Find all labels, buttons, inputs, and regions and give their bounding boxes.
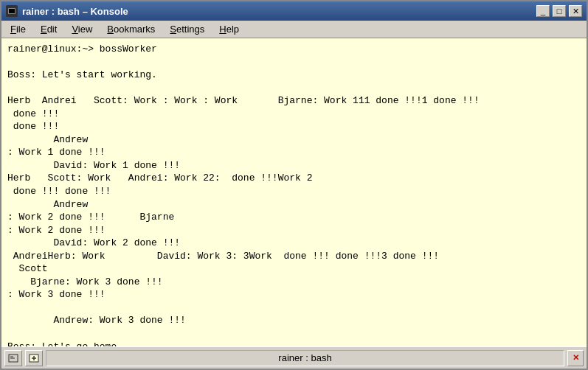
terminal-output[interactable]: rainer@linux:~> bossWorker Boss: Let's s…	[1, 38, 587, 346]
terminal-line: Scott	[7, 262, 581, 276]
menu-bookmarks[interactable]: Bookmarks	[101, 22, 161, 36]
menu-edit[interactable]: Edit	[35, 22, 63, 36]
terminal-line	[7, 82, 581, 95]
taskbar-close-button[interactable]: ✕	[567, 350, 584, 366]
close-button[interactable]: ✕	[569, 5, 582, 17]
terminal-line: David: Work 2 done !!!	[7, 237, 581, 250]
taskbar: rainer : bash ✕	[1, 346, 587, 369]
new-terminal-icon	[29, 354, 39, 363]
taskbar-icon-button[interactable]	[4, 350, 22, 366]
app-icon	[6, 5, 18, 17]
taskbar-new-button[interactable]	[25, 350, 43, 366]
terminal-icon	[8, 354, 18, 363]
terminal-line: Boss: Let's start working.	[7, 69, 581, 82]
menu-settings[interactable]: Settings	[164, 22, 210, 36]
menu-file[interactable]: File	[4, 22, 32, 36]
terminal-line: Bjarne: Work 3 done !!!	[7, 276, 581, 289]
terminal-line: David: Work 1 done !!!	[7, 159, 581, 172]
terminal-line: Herb Scott: Work Andrei: Work 22: done !…	[7, 172, 581, 185]
menu-bar: File Edit View Bookmarks Settings Help	[1, 21, 587, 38]
window-title: rainer : bash – Konsole	[22, 6, 128, 17]
terminal-line	[7, 327, 581, 341]
konsole-window: rainer : bash – Konsole _ □ ✕ File Edit …	[0, 0, 588, 370]
terminal-line: AndreiHerb: Work David: Work 3: 3Work do…	[7, 250, 581, 263]
terminal-line: Herb Andrei Scott: Work : Work : Work Bj…	[7, 94, 581, 108]
terminal-line: done !!!	[7, 120, 581, 133]
terminal-line: done !!!	[7, 108, 581, 121]
taskbar-tab-label[interactable]: rainer : bash	[46, 350, 564, 366]
terminal-line: rainer@linux:~> bossWorker	[7, 43, 581, 56]
terminal-line: Andrew: Work 3 done !!!	[7, 314, 581, 327]
terminal-line: Andrew	[7, 133, 581, 147]
terminal-line: Boss: Let's go home.	[7, 341, 581, 346]
terminal-line: : Work 3 done !!!	[7, 288, 581, 301]
title-bar-left: rainer : bash – Konsole	[6, 5, 128, 17]
minimize-button[interactable]: _	[536, 5, 550, 17]
title-bar: rainer : bash – Konsole _ □ ✕	[1, 1, 587, 21]
terminal-line: done !!! done !!!	[7, 185, 581, 198]
terminal-line	[7, 301, 581, 315]
menu-help[interactable]: Help	[213, 22, 245, 36]
maximize-button[interactable]: □	[553, 5, 566, 17]
terminal-line: : Work 1 done !!!	[7, 146, 581, 159]
window-controls: _ □ ✕	[536, 5, 582, 17]
terminal-line: : Work 2 done !!! Bjarne	[7, 211, 581, 224]
terminal-line	[7, 56, 581, 69]
menu-view[interactable]: View	[66, 22, 98, 36]
terminal-line: : Work 2 done !!!	[7, 224, 581, 237]
terminal-line: Andrew	[7, 198, 581, 212]
